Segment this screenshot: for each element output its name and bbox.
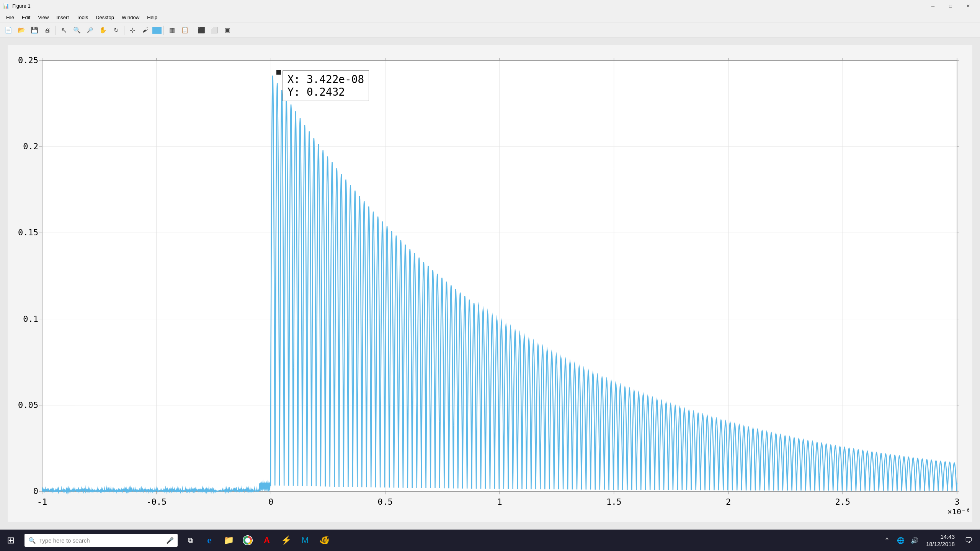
open-file-button[interactable]: 📂: [15, 24, 28, 36]
toolbar-separator-1: [56, 26, 56, 35]
explorer-button[interactable]: 📁: [219, 530, 238, 551]
notification-button[interactable]: 🗨: [960, 530, 977, 551]
search-icon: 🔍: [28, 537, 36, 544]
chrome-button[interactable]: [238, 530, 257, 551]
search-input[interactable]: [39, 537, 163, 544]
zoom-in-button[interactable]: 🔍: [71, 24, 83, 36]
menu-item-window[interactable]: Window: [119, 13, 142, 21]
menu-item-tools[interactable]: Tools: [74, 13, 91, 21]
hide-plot-button[interactable]: ⬛: [195, 24, 207, 36]
select-button[interactable]: ↖: [58, 24, 70, 36]
main-area: X: 3.422e-08 Y: 0.2432: [0, 37, 980, 530]
color-dropdown-button[interactable]: [152, 27, 162, 34]
save-button[interactable]: 💾: [28, 24, 41, 36]
subplot-button[interactable]: ⬜: [208, 24, 220, 36]
insert-legend-button[interactable]: 📋: [179, 24, 191, 36]
titlebar-left: 📊 Figure 1: [3, 3, 31, 9]
clock[interactable]: 14:43 18/12/2018: [922, 533, 959, 548]
window-icon: 📊: [3, 3, 9, 9]
tray-chevron[interactable]: ^: [881, 530, 893, 551]
cursor-dot: [276, 70, 281, 75]
taskbar-right: ^ 🌐 🔊 14:43 18/12/2018 🗨: [881, 530, 980, 551]
new-figure-button[interactable]: 📄: [2, 24, 15, 36]
app1-button[interactable]: ⚡: [276, 530, 296, 551]
rotate-button[interactable]: ↻: [110, 24, 122, 36]
volume-icon[interactable]: 🔊: [908, 530, 921, 551]
brush-button[interactable]: 🖌: [139, 24, 152, 36]
pan-button[interactable]: ✋: [97, 24, 109, 36]
app2-button[interactable]: 🐠: [315, 530, 334, 551]
menu-item-insert[interactable]: Insert: [53, 13, 72, 21]
menu-item-help[interactable]: Help: [144, 13, 160, 21]
insert-colorbar-button[interactable]: ▦: [166, 24, 178, 36]
start-button[interactable]: ⊞: [0, 530, 21, 551]
taskbar: ⊞ 🔍 🎤 ⧉ e 📁 A ⚡ M 🐠 ^ 🌐 🔊 14:43 18/12/20…: [0, 530, 980, 551]
window-title: Figure 1: [12, 3, 31, 9]
network-icon[interactable]: 🌐: [895, 530, 907, 551]
svg-point-2: [246, 538, 250, 542]
print-button[interactable]: 🖨: [41, 24, 54, 36]
toolbar-separator-4: [193, 26, 193, 35]
search-bar[interactable]: 🔍 🎤: [24, 534, 178, 547]
maximize-button[interactable]: □: [942, 0, 959, 12]
toolbar-separator-3: [163, 26, 164, 35]
matlab-button[interactable]: M: [296, 530, 315, 551]
minimize-button[interactable]: ─: [924, 0, 942, 12]
menubar: FileEditViewInsertToolsDesktopWindowHelp: [0, 12, 980, 23]
close-button[interactable]: ✕: [959, 0, 977, 12]
titlebar-controls: ─ □ ✕: [924, 0, 977, 12]
titlebar: 📊 Figure 1 ─ □ ✕: [0, 0, 980, 12]
menu-item-edit[interactable]: Edit: [19, 13, 33, 21]
zoom-out-button[interactable]: 🔎: [84, 24, 96, 36]
menu-item-desktop[interactable]: Desktop: [93, 13, 117, 21]
clock-date: 18/12/2018: [926, 540, 955, 548]
toolbar: 📄 📂 💾 🖨 ↖ 🔍 🔎 ✋ ↻ ⊹ 🖌 ▦ 📋 ⬛ ⬜ ▣: [0, 23, 980, 37]
acrobat-button[interactable]: A: [257, 530, 276, 551]
task-view-button[interactable]: ⧉: [181, 530, 200, 551]
plot-canvas[interactable]: [8, 45, 972, 522]
edge-button[interactable]: e: [200, 530, 219, 551]
tight-layout-button[interactable]: ▣: [221, 24, 234, 36]
mic-icon[interactable]: 🎤: [166, 537, 174, 544]
plot-container[interactable]: X: 3.422e-08 Y: 0.2432: [8, 45, 972, 522]
data-cursor-button[interactable]: ⊹: [126, 24, 139, 36]
menu-item-view[interactable]: View: [35, 13, 52, 21]
menu-item-file[interactable]: File: [3, 13, 17, 21]
toolbar-separator-2: [124, 26, 124, 35]
clock-time: 14:43: [926, 533, 955, 541]
